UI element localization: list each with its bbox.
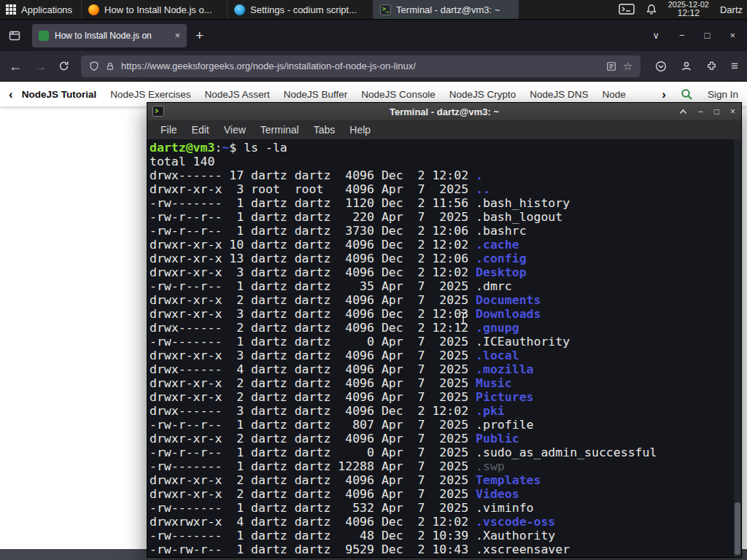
file-meta: -rw------- 1 dartz dartz 12288 Apr 7 202… [150, 459, 476, 473]
close-button[interactable]: × [729, 30, 735, 41]
site-nav-item[interactable]: NodeJS DNS [530, 89, 588, 100]
lock-icon[interactable] [106, 61, 115, 71]
address-bar[interactable]: https://www.geeksforgeeks.org/node-js/in… [81, 55, 640, 77]
panel-status-area: 2025-12-02 12:12 Dartz [619, 0, 747, 19]
extensions-icon[interactable] [706, 61, 717, 71]
terminal-menu-item[interactable]: Edit [185, 124, 217, 136]
file-name: Music [476, 376, 512, 390]
terminal-window-title: Terminal - dartz@vm3: ~ [390, 106, 499, 117]
terminal-output-line: drwxr-xr-x 2 dartz dartz 4096 Apr 7 2025… [150, 432, 741, 446]
file-name: .. [476, 182, 490, 196]
terminal-output-line: drwx------ 2 dartz dartz 4096 Dec 2 12:1… [150, 321, 741, 335]
reload-button[interactable] [58, 61, 69, 71]
window-title: Terminal - dartz@vm3: ~ [396, 4, 500, 15]
notification-bell-icon[interactable] [646, 4, 657, 15]
file-meta: drwxr-xr-x 13 dartz dartz 4096 Dec 2 12:… [150, 252, 476, 265]
terminal-close-button[interactable]: × [730, 106, 735, 117]
terminal-menu-item[interactable]: File [153, 124, 185, 136]
taskbar-window-button[interactable]: How to Install Node.js o... [81, 0, 227, 19]
file-name: .sudo_as_admin_successful [476, 446, 657, 459]
window-icon [234, 4, 245, 15]
nav-scroll-left-icon[interactable]: ‹ [9, 88, 13, 101]
terminal-output-line: drwxr-xr-x 3 dartz dartz 4096 Dec 2 12:0… [150, 307, 741, 321]
reader-view-icon[interactable] [606, 61, 616, 71]
file-name: .mozilla [476, 362, 533, 376]
file-meta: -rw------- 1 dartz dartz 532 Apr 7 2025 [150, 501, 476, 515]
terminal-total-line: total 140 [150, 155, 741, 168]
file-meta: drwxr-xr-x 3 dartz dartz 4096 Dec 2 12:0… [150, 265, 476, 279]
terminal-maximize-button[interactable]: □ [714, 106, 719, 117]
tab-close-icon[interactable]: × [174, 30, 180, 41]
terminal-scrollbar-thumb[interactable] [735, 502, 740, 555]
file-name: .Xauthority [476, 529, 555, 542]
menu-hamburger-icon[interactable]: ≡ [731, 59, 738, 74]
applications-grid-icon [6, 4, 16, 15]
file-meta: -rw------- 1 dartz dartz 0 Apr 7 2025 [150, 335, 476, 349]
terminal-menu-item[interactable]: View [217, 124, 253, 136]
terminal-menu-item[interactable]: Help [342, 124, 378, 136]
site-nav-item[interactable]: NodeJS Crypto [449, 89, 516, 100]
terminal-menu-item[interactable]: Tabs [306, 124, 343, 136]
file-name: .config [476, 252, 527, 265]
site-nav-item[interactable]: Node [603, 89, 626, 100]
terminal-titlebar[interactable]: Terminal - dartz@vm3: ~ − □ × [147, 103, 741, 120]
file-meta: drwx------ 17 dartz dartz 4096 Dec 2 12:… [150, 168, 476, 182]
taskbar-window-button[interactable]: Terminal - dartz@vm3: ~ [373, 0, 519, 19]
account-icon[interactable] [681, 61, 692, 72]
new-tab-button[interactable]: + [196, 28, 204, 44]
file-name: .vscode-oss [476, 515, 555, 529]
browser-tab[interactable]: How to Install Node.js on × [32, 24, 187, 47]
back-button[interactable]: ← [9, 60, 22, 73]
terminal-scrollbar[interactable] [734, 139, 741, 557]
site-nav-item[interactable]: NodeJS Buffer [284, 89, 348, 100]
file-name: .bash_history [476, 196, 570, 210]
file-name: .xscreensaver [476, 542, 570, 556]
terminal-output-line: drwx------ 3 dartz dartz 4096 Dec 2 12:0… [150, 404, 741, 418]
list-all-tabs-icon[interactable]: ∨ [652, 30, 659, 41]
systray-terminal-icon[interactable] [619, 4, 635, 16]
file-meta: drwx------ 3 dartz dartz 4096 Dec 2 12:0… [150, 404, 476, 418]
panel-clock[interactable]: 2025-12-02 12:12 [668, 0, 709, 19]
window-title: Settings - codium script... [250, 4, 357, 15]
forward-button[interactable]: → [34, 60, 47, 73]
terminal-output-line: drwxr-xr-x 3 root root 4096 Apr 7 2025 .… [150, 182, 741, 196]
site-nav-item[interactable]: NodeJS Exercises [110, 89, 190, 100]
file-meta: drwx------ 2 dartz dartz 4096 Dec 2 12:1… [150, 321, 476, 335]
terminal-output-line: -rw------- 1 dartz dartz 12288 Apr 7 202… [150, 459, 741, 473]
file-meta: drwxr-xr-x 2 dartz dartz 4096 Apr 7 2025 [150, 390, 476, 404]
terminal-output-line: drwxr-xr-x 2 dartz dartz 4096 Apr 7 2025… [150, 487, 741, 501]
applications-label: Applications [21, 4, 72, 15]
prompt-command: $ ls -la [229, 141, 287, 155]
nav-scroll-right-icon[interactable]: › [662, 88, 666, 101]
minimize-button[interactable]: − [679, 30, 685, 41]
taskbar: How to Install Node.js o... Settings - c… [81, 0, 519, 19]
file-name: .swp [476, 459, 505, 473]
panel-user-label: Dartz [720, 4, 744, 15]
terminal-minimize-button[interactable]: − [698, 106, 703, 117]
site-nav-items: NodeJS TutorialNodeJS ExercisesNodeJS As… [22, 89, 658, 100]
shade-button[interactable] [679, 109, 687, 114]
file-name: Downloads [476, 307, 541, 321]
file-name: .ICEauthority [476, 335, 570, 349]
tab-favicon [39, 31, 49, 41]
terminal-output[interactable]: dartz@vm3:~$ ls -la total 140 drwx------… [147, 139, 741, 557]
site-nav-item[interactable]: NodeJS Assert [204, 89, 269, 100]
terminal-menu-item[interactable]: Terminal [253, 124, 306, 136]
site-nav-item[interactable]: NodeJS Console [361, 89, 435, 100]
sign-in-button[interactable]: Sign In [708, 89, 738, 100]
window-icon [88, 4, 99, 15]
site-nav-item[interactable]: NodeJS Tutorial [22, 89, 97, 100]
taskbar-window-button[interactable]: Settings - codium script... [227, 0, 373, 19]
search-icon[interactable] [681, 88, 693, 101]
bookmark-star-icon[interactable]: ☆ [623, 60, 632, 73]
file-meta: drwx------ 4 dartz dartz 4096 Apr 7 2025 [150, 362, 476, 376]
maximize-button[interactable]: □ [705, 30, 711, 41]
terminal-output-line: -rw-r--r-- 1 dartz dartz 35 Apr 7 2025 .… [150, 279, 741, 293]
applications-menu-button[interactable]: Applications [0, 0, 81, 19]
tracking-shield-icon[interactable] [89, 61, 99, 71]
terminal-output-line: -rw-r--r-- 1 dartz dartz 0 Apr 7 2025 .s… [150, 446, 741, 459]
mouse-cursor [460, 311, 468, 324]
firefox-view-icon[interactable] [9, 30, 20, 42]
pocket-icon[interactable] [655, 61, 667, 72]
url-text[interactable]: https://www.geeksforgeeks.org/node-js/in… [121, 61, 600, 71]
